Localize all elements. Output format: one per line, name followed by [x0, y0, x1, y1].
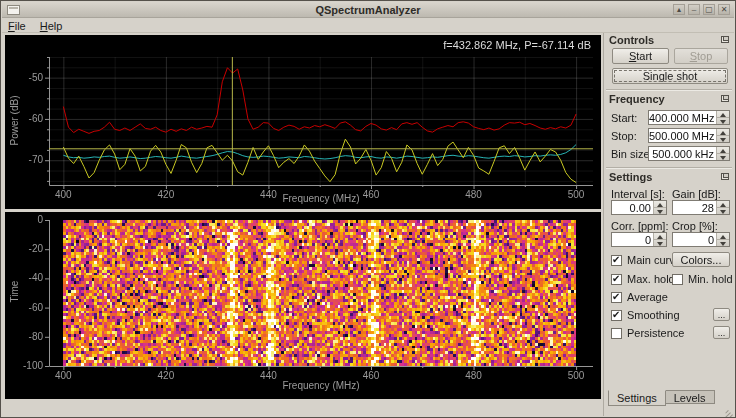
resize-grip[interactable] — [722, 404, 733, 415]
crop-input[interactable] — [673, 233, 716, 246]
close-button[interactable]: ✕ — [718, 4, 730, 15]
average-checkbox-row[interactable]: Average — [611, 291, 668, 303]
spin-down-button[interactable] — [717, 153, 729, 160]
maximize-icon: ▢ — [705, 5, 713, 14]
tick-label: -50 — [11, 72, 43, 83]
cursor-readout: f=432.862 MHz, P=-67.114 dB — [443, 39, 591, 51]
spin-down-button[interactable] — [717, 135, 729, 142]
bin-size-input[interactable] — [649, 147, 716, 160]
tick-label: -20 — [11, 243, 43, 254]
menu-item-file[interactable]: File — [8, 20, 26, 32]
freq-start-input[interactable] — [649, 111, 716, 124]
tick-label: -100 — [11, 360, 43, 371]
tab-settings[interactable]: Settings — [608, 390, 666, 406]
gain-label: Gain [dB]: — [672, 188, 721, 200]
tick-label: -80 — [11, 331, 43, 342]
max-hold-checkbox-row[interactable]: Max. hold — [611, 273, 675, 285]
min-hold-checkbox-row[interactable]: Min. hold — [672, 273, 733, 285]
start-button[interactable]: Start — [612, 48, 669, 64]
single-shot-button[interactable]: Single shot — [612, 68, 728, 84]
menu-item-help[interactable]: Help — [40, 20, 63, 32]
persistence-options-button[interactable]: ... — [713, 326, 730, 339]
tick-label: 0 — [11, 214, 43, 225]
spin-down-button[interactable] — [717, 239, 729, 246]
smoothing-checkbox-row[interactable]: Smoothing — [611, 309, 680, 321]
freq-start-spinbox — [648, 110, 730, 125]
tick-label: -40 — [11, 272, 43, 283]
persistence-label: Persistence — [627, 327, 684, 339]
menubar: File Help — [2, 19, 734, 33]
persistence-checkbox[interactable] — [611, 328, 622, 339]
spin-down-button[interactable] — [654, 207, 666, 214]
maximize-button[interactable]: ▢ — [703, 4, 715, 15]
float-icon[interactable] — [721, 36, 729, 43]
min-hold-checkbox[interactable] — [672, 274, 683, 285]
waterfall-frequency-axis-label: Frequency (MHz) — [49, 380, 593, 391]
smoothing-options-button[interactable]: ... — [713, 308, 730, 321]
bin-size-spinbox — [648, 146, 730, 161]
tick-label: 460 — [356, 189, 386, 200]
tick-label: 500 — [561, 370, 591, 381]
spin-down-button[interactable] — [654, 239, 666, 246]
tick-label: 500 — [561, 189, 591, 200]
bin-size-label: Bin size: — [611, 148, 653, 160]
average-label: Average — [627, 291, 668, 303]
freq-stop-label: Stop: — [611, 130, 637, 142]
colors-button[interactable]: Colors... — [672, 252, 730, 267]
smoothing-checkbox[interactable] — [611, 310, 622, 321]
separator — [606, 89, 732, 91]
tick-label: -70 — [11, 154, 43, 165]
float-icon[interactable] — [721, 173, 729, 180]
crop-spinbox — [672, 232, 730, 247]
tick-label: 480 — [459, 370, 489, 381]
waterfall-canvas[interactable] — [5, 212, 601, 399]
spectrum-canvas[interactable] — [5, 35, 601, 209]
tick-label: 400 — [48, 370, 78, 381]
tick-label: -60 — [11, 302, 43, 313]
app-window: QSpectrumAnalyzer ▴ – ▢ ✕ File Help f=43… — [0, 0, 736, 418]
gain-input[interactable] — [673, 201, 716, 214]
float-icon[interactable] — [721, 95, 729, 102]
frequency-axis-label: Frequency (MHz) — [49, 193, 593, 204]
freq-start-label: Start: — [611, 112, 637, 124]
frequency-dock-header: Frequency — [604, 92, 734, 106]
controls-dock-header: Controls — [604, 33, 734, 47]
gain-spinbox — [672, 200, 730, 215]
tick-label: 440 — [253, 189, 283, 200]
spin-down-button[interactable] — [717, 207, 729, 214]
persistence-checkbox-row[interactable]: Persistence — [611, 327, 684, 339]
shade-button[interactable]: ▴ — [673, 4, 685, 15]
close-icon: ✕ — [721, 5, 728, 14]
max-hold-checkbox[interactable] — [611, 274, 622, 285]
average-checkbox[interactable] — [611, 292, 622, 303]
stop-button[interactable]: Stop — [674, 48, 728, 64]
tick-label: -60 — [11, 113, 43, 124]
spin-down-button[interactable] — [717, 117, 729, 124]
max-hold-label: Max. hold — [627, 273, 675, 285]
interval-label: Interval [s]: — [611, 188, 665, 200]
interval-spinbox — [611, 200, 667, 215]
tick-label: 460 — [356, 370, 386, 381]
minimize-button[interactable]: – — [688, 4, 700, 15]
titlebar[interactable]: QSpectrumAnalyzer ▴ – ▢ ✕ — [2, 2, 734, 18]
freq-stop-spinbox — [648, 128, 730, 143]
freq-stop-input[interactable] — [649, 129, 716, 142]
tab-levels[interactable]: Levels — [666, 390, 715, 404]
tick-label: 440 — [253, 370, 283, 381]
min-hold-label: Min. hold — [688, 273, 733, 285]
separator — [606, 167, 732, 169]
crop-label: Crop [%]: — [672, 220, 718, 232]
minimize-icon: – — [692, 5, 696, 14]
dock-tabbar: Settings Levels — [608, 390, 715, 406]
tick-label: 420 — [151, 189, 181, 200]
tick-label: 480 — [459, 189, 489, 200]
main-curve-checkbox[interactable] — [611, 255, 622, 266]
smoothing-label: Smoothing — [627, 309, 680, 321]
corr-spinbox — [611, 232, 667, 247]
corr-label: Corr. [ppm]: — [611, 220, 668, 232]
waterfall-plot: Time Frequency (MHz) 4004204404604805000… — [5, 212, 601, 399]
interval-input[interactable] — [612, 201, 653, 214]
spectrum-plot: f=432.862 MHz, P=-67.114 dB Power (dB) F… — [5, 35, 601, 209]
corr-input[interactable] — [612, 233, 653, 246]
main-curve-checkbox-row[interactable]: Main curve — [611, 254, 681, 266]
